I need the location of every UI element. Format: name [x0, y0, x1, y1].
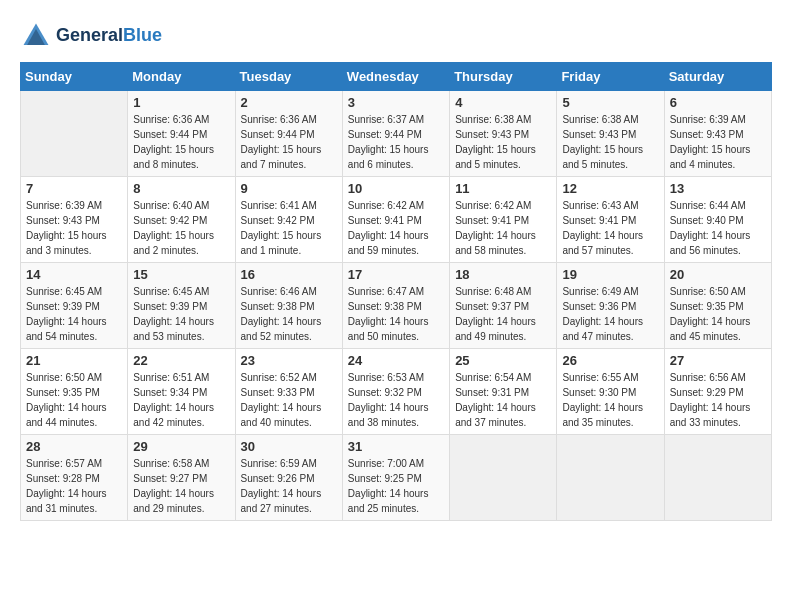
calendar-week-row: 28Sunrise: 6:57 AMSunset: 9:28 PMDayligh…	[21, 435, 772, 521]
day-number: 19	[562, 267, 658, 282]
calendar-cell: 6Sunrise: 6:39 AMSunset: 9:43 PMDaylight…	[664, 91, 771, 177]
sun-info-line: Daylight: 14 hours and 50 minutes.	[348, 314, 444, 344]
sun-info-line: Daylight: 14 hours and 52 minutes.	[241, 314, 337, 344]
sun-info-line: Daylight: 14 hours and 47 minutes.	[562, 314, 658, 344]
day-number: 31	[348, 439, 444, 454]
sun-info-line: Sunrise: 6:45 AM	[26, 284, 122, 299]
calendar-table: SundayMondayTuesdayWednesdayThursdayFrid…	[20, 62, 772, 521]
day-number: 18	[455, 267, 551, 282]
sun-info-line: Daylight: 14 hours and 35 minutes.	[562, 400, 658, 430]
sun-info: Sunrise: 6:38 AMSunset: 9:43 PMDaylight:…	[562, 112, 658, 172]
sun-info-line: Sunrise: 6:50 AM	[670, 284, 766, 299]
sun-info-line: Sunset: 9:44 PM	[133, 127, 229, 142]
calendar-cell: 4Sunrise: 6:38 AMSunset: 9:43 PMDaylight…	[450, 91, 557, 177]
sun-info-line: Daylight: 14 hours and 27 minutes.	[241, 486, 337, 516]
calendar-cell: 15Sunrise: 6:45 AMSunset: 9:39 PMDayligh…	[128, 263, 235, 349]
calendar-cell: 11Sunrise: 6:42 AMSunset: 9:41 PMDayligh…	[450, 177, 557, 263]
sun-info: Sunrise: 6:40 AMSunset: 9:42 PMDaylight:…	[133, 198, 229, 258]
sun-info-line: Sunset: 9:28 PM	[26, 471, 122, 486]
calendar-week-row: 21Sunrise: 6:50 AMSunset: 9:35 PMDayligh…	[21, 349, 772, 435]
day-number: 16	[241, 267, 337, 282]
sun-info: Sunrise: 6:46 AMSunset: 9:38 PMDaylight:…	[241, 284, 337, 344]
sun-info: Sunrise: 6:57 AMSunset: 9:28 PMDaylight:…	[26, 456, 122, 516]
sun-info-line: Daylight: 14 hours and 59 minutes.	[348, 228, 444, 258]
sun-info-line: Daylight: 14 hours and 49 minutes.	[455, 314, 551, 344]
sun-info-line: Sunrise: 6:41 AM	[241, 198, 337, 213]
sun-info-line: Daylight: 14 hours and 44 minutes.	[26, 400, 122, 430]
sun-info-line: Sunrise: 6:45 AM	[133, 284, 229, 299]
sun-info-line: Sunrise: 6:39 AM	[670, 112, 766, 127]
logo-icon	[20, 20, 52, 52]
day-number: 14	[26, 267, 122, 282]
calendar-cell: 26Sunrise: 6:55 AMSunset: 9:30 PMDayligh…	[557, 349, 664, 435]
sun-info: Sunrise: 6:41 AMSunset: 9:42 PMDaylight:…	[241, 198, 337, 258]
calendar-week-row: 1Sunrise: 6:36 AMSunset: 9:44 PMDaylight…	[21, 91, 772, 177]
weekday-header-row: SundayMondayTuesdayWednesdayThursdayFrid…	[21, 63, 772, 91]
day-number: 26	[562, 353, 658, 368]
sun-info-line: Daylight: 15 hours and 1 minute.	[241, 228, 337, 258]
sun-info-line: Daylight: 15 hours and 2 minutes.	[133, 228, 229, 258]
calendar-cell: 29Sunrise: 6:58 AMSunset: 9:27 PMDayligh…	[128, 435, 235, 521]
day-number: 15	[133, 267, 229, 282]
day-number: 7	[26, 181, 122, 196]
calendar-cell: 1Sunrise: 6:36 AMSunset: 9:44 PMDaylight…	[128, 91, 235, 177]
day-number: 5	[562, 95, 658, 110]
day-number: 3	[348, 95, 444, 110]
sun-info-line: Sunrise: 6:46 AM	[241, 284, 337, 299]
sun-info-line: Sunrise: 6:52 AM	[241, 370, 337, 385]
day-number: 4	[455, 95, 551, 110]
sun-info-line: Sunset: 9:36 PM	[562, 299, 658, 314]
sun-info-line: Sunset: 9:41 PM	[455, 213, 551, 228]
sun-info: Sunrise: 6:42 AMSunset: 9:41 PMDaylight:…	[348, 198, 444, 258]
page-header: GeneralBlue	[20, 20, 772, 52]
sun-info-line: Daylight: 14 hours and 38 minutes.	[348, 400, 444, 430]
calendar-cell: 22Sunrise: 6:51 AMSunset: 9:34 PMDayligh…	[128, 349, 235, 435]
day-number: 13	[670, 181, 766, 196]
sun-info: Sunrise: 6:39 AMSunset: 9:43 PMDaylight:…	[26, 198, 122, 258]
sun-info-line: Sunrise: 6:47 AM	[348, 284, 444, 299]
day-number: 22	[133, 353, 229, 368]
sun-info-line: Daylight: 14 hours and 57 minutes.	[562, 228, 658, 258]
sun-info-line: Sunrise: 6:40 AM	[133, 198, 229, 213]
calendar-cell: 30Sunrise: 6:59 AMSunset: 9:26 PMDayligh…	[235, 435, 342, 521]
sun-info-line: Daylight: 14 hours and 29 minutes.	[133, 486, 229, 516]
calendar-cell: 13Sunrise: 6:44 AMSunset: 9:40 PMDayligh…	[664, 177, 771, 263]
sun-info-line: Sunset: 9:39 PM	[133, 299, 229, 314]
sun-info-line: Sunrise: 6:51 AM	[133, 370, 229, 385]
calendar-cell: 27Sunrise: 6:56 AMSunset: 9:29 PMDayligh…	[664, 349, 771, 435]
sun-info-line: Sunrise: 6:39 AM	[26, 198, 122, 213]
day-number: 1	[133, 95, 229, 110]
sun-info-line: Sunrise: 6:44 AM	[670, 198, 766, 213]
sun-info-line: Sunrise: 6:48 AM	[455, 284, 551, 299]
sun-info-line: Sunset: 9:40 PM	[670, 213, 766, 228]
calendar-cell: 19Sunrise: 6:49 AMSunset: 9:36 PMDayligh…	[557, 263, 664, 349]
sun-info: Sunrise: 6:52 AMSunset: 9:33 PMDaylight:…	[241, 370, 337, 430]
calendar-week-row: 7Sunrise: 6:39 AMSunset: 9:43 PMDaylight…	[21, 177, 772, 263]
sun-info-line: Sunset: 9:43 PM	[26, 213, 122, 228]
sun-info-line: Sunset: 9:39 PM	[26, 299, 122, 314]
sun-info-line: Daylight: 15 hours and 3 minutes.	[26, 228, 122, 258]
day-number: 27	[670, 353, 766, 368]
calendar-cell: 7Sunrise: 6:39 AMSunset: 9:43 PMDaylight…	[21, 177, 128, 263]
sun-info-line: Daylight: 14 hours and 53 minutes.	[133, 314, 229, 344]
sun-info-line: Daylight: 14 hours and 42 minutes.	[133, 400, 229, 430]
sun-info-line: Daylight: 14 hours and 31 minutes.	[26, 486, 122, 516]
weekday-header: Friday	[557, 63, 664, 91]
sun-info: Sunrise: 6:50 AMSunset: 9:35 PMDaylight:…	[670, 284, 766, 344]
sun-info-line: Daylight: 14 hours and 37 minutes.	[455, 400, 551, 430]
calendar-cell: 28Sunrise: 6:57 AMSunset: 9:28 PMDayligh…	[21, 435, 128, 521]
sun-info-line: Sunrise: 6:55 AM	[562, 370, 658, 385]
sun-info-line: Sunrise: 6:59 AM	[241, 456, 337, 471]
sun-info-line: Sunrise: 6:57 AM	[26, 456, 122, 471]
sun-info: Sunrise: 6:59 AMSunset: 9:26 PMDaylight:…	[241, 456, 337, 516]
calendar-cell	[664, 435, 771, 521]
calendar-cell: 3Sunrise: 6:37 AMSunset: 9:44 PMDaylight…	[342, 91, 449, 177]
calendar-cell: 14Sunrise: 6:45 AMSunset: 9:39 PMDayligh…	[21, 263, 128, 349]
sun-info: Sunrise: 6:55 AMSunset: 9:30 PMDaylight:…	[562, 370, 658, 430]
weekday-header: Thursday	[450, 63, 557, 91]
sun-info: Sunrise: 6:39 AMSunset: 9:43 PMDaylight:…	[670, 112, 766, 172]
day-number: 21	[26, 353, 122, 368]
sun-info-line: Sunset: 9:41 PM	[562, 213, 658, 228]
sun-info: Sunrise: 6:51 AMSunset: 9:34 PMDaylight:…	[133, 370, 229, 430]
sun-info: Sunrise: 6:47 AMSunset: 9:38 PMDaylight:…	[348, 284, 444, 344]
